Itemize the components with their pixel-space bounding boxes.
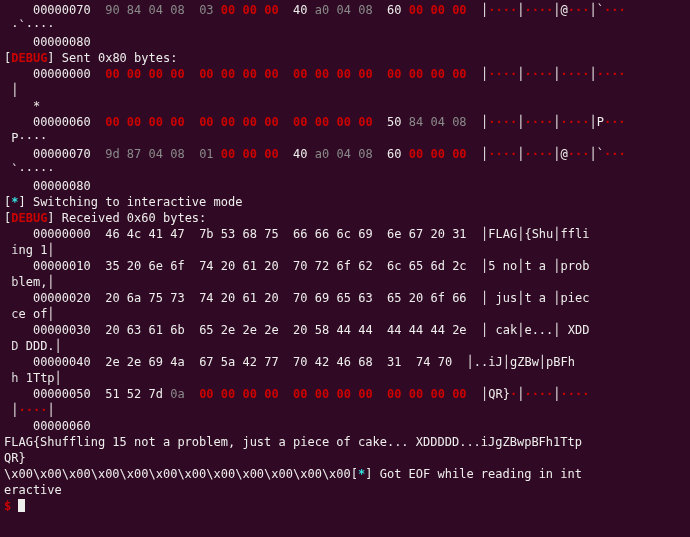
hex-byte: 65 [199,323,213,337]
eof-msg: \x00\x00\x00\x00\x00\x00\x00\x00\x00\x00… [4,467,358,481]
hex-byte: 70 [293,291,307,305]
ascii-group: ···· [18,403,47,417]
ascii-dot: ` [597,3,604,17]
hex-byte: 68 [358,355,372,369]
hex-byte: 00 [409,67,423,81]
hex-byte: 6f [336,259,350,273]
hex-byte: 00 [243,387,257,401]
ascii-group: ···· [524,147,553,161]
separator: │ [553,323,560,337]
ascii-group: ···· [524,3,553,17]
hex-byte: 00 [221,387,235,401]
ascii-group: ···· [524,115,553,129]
hex-byte: 2e [105,355,119,369]
hex-byte: 20 [264,259,278,273]
ascii-group: ···· [561,115,590,129]
hex-byte: 00 [452,147,466,161]
hex-byte: 52 [127,387,141,401]
hex-byte: 04 [336,147,350,161]
hex-byte: 20 [105,323,119,337]
hex-byte: 00 [336,115,350,129]
hex-byte: 00 [243,147,257,161]
hex-byte: 00 [105,115,119,129]
hex-byte: 00 [430,387,444,401]
separator: │ [553,147,560,161]
hex-byte: 00 [221,115,235,129]
debug-msg: ] Received 0x60 bytes: [47,211,206,225]
hex-byte: 35 [105,259,119,273]
hex-byte: 00 [358,67,372,81]
separator: │ [553,227,560,241]
ascii-dots: ··· [604,3,626,17]
hex-byte: a0 [315,147,329,161]
hex-byte: 08 [358,147,372,161]
hex-byte: 31 [452,227,466,241]
hex-byte: 20 [127,259,141,273]
hex-byte: 47 [170,227,184,241]
hex-byte: 00 [293,67,307,81]
hex-byte: 00 [221,3,235,17]
hex-byte: 61 [243,259,257,273]
hex-byte: 74 [199,259,213,273]
hex-byte: 00 [387,387,401,401]
hex-byte: 5a [221,355,235,369]
hex-byte: 00 [293,115,307,129]
ascii-group: ···· [597,67,626,81]
hex-byte: 73 [170,291,184,305]
ascii-cont: `····· [4,163,55,177]
hex-byte: 6f [430,291,444,305]
hex-byte: 6a [127,291,141,305]
eof-msg: ] Got EOF while reading in int [365,467,582,481]
hex-byte: 00 [199,67,213,81]
ascii-group: cak [488,323,517,337]
info-msg: ] Switching to interactive mode [18,195,242,209]
hex-byte: 00 [387,67,401,81]
hex-byte: 00 [452,67,466,81]
hex-offset: 00000060 [33,115,91,129]
hex-offset: 00000040 [33,355,91,369]
hex-byte: 2c [452,259,466,273]
ascii-group: gZBw [510,355,539,369]
hex-byte: 70 [438,355,452,369]
cursor-icon [18,499,25,512]
hex-byte: 58 [315,323,329,337]
hex-byte: 08 [358,3,372,17]
ascii-group: piec [561,291,590,305]
hex-offset: 00000030 [33,323,91,337]
hex-byte: 2e [264,323,278,337]
hex-byte: 01 [199,147,213,161]
hex-byte: 20 [293,323,307,337]
hex-byte: 00 [452,3,466,17]
ascii-group: prob [561,259,590,273]
shell-prompt[interactable]: $ [4,499,18,513]
separator: │ [589,3,596,17]
separator: │ [47,243,54,257]
hex-byte: 40 [293,3,307,17]
ascii-cont: lem, [18,275,47,289]
hex-byte: 00 [358,115,372,129]
hex-offset: 00000060 [33,419,91,433]
hex-byte: 00 [430,147,444,161]
hex-byte: 51 [105,387,119,401]
hex-byte: 69 [149,355,163,369]
hex-byte: 00 [264,3,278,17]
ascii-group: ···· [488,67,517,81]
ascii-group: ffli [561,227,590,241]
hex-byte: 44 [430,323,444,337]
hex-byte: 67 [409,227,423,241]
hex-byte: 00 [336,67,350,81]
hex-byte: 44 [387,323,401,337]
hex-byte: 00 [149,67,163,81]
hex-byte: 08 [170,147,184,161]
ascii-dots: ··· [604,115,626,129]
separator: │ [589,67,596,81]
separator: │ [553,291,560,305]
hex-byte: 00 [243,115,257,129]
hex-byte: 44 [336,323,350,337]
ascii-group: ···· [561,387,590,401]
hex-byte: 00 [315,387,329,401]
ascii-cont: ·`···· [4,19,55,33]
hex-byte: 68 [243,227,257,241]
hex-byte: 63 [127,323,141,337]
hex-byte: 9d [105,147,119,161]
